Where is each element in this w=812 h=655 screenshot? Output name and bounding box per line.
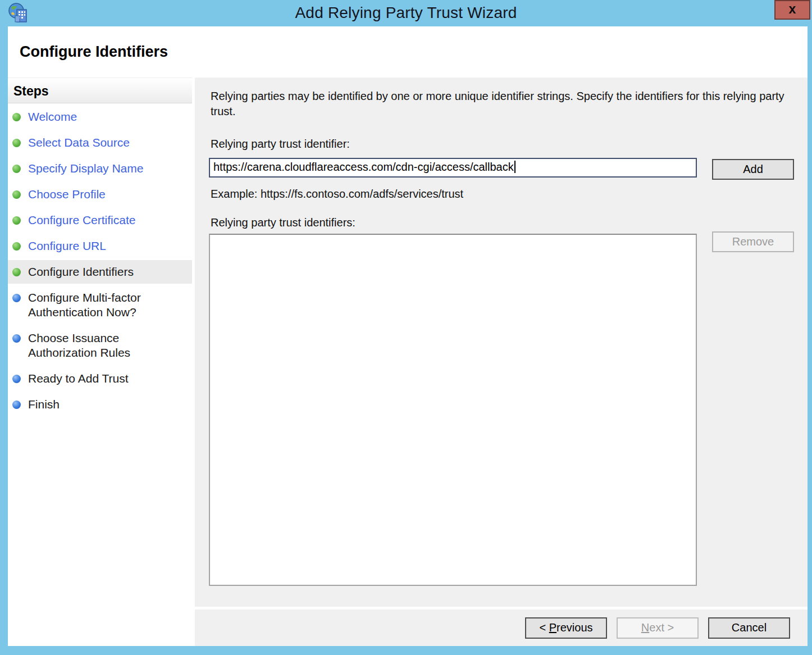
step-finish: Finish — [8, 397, 176, 412]
identifiers-list-label: Relying party trust identifiers: — [211, 216, 355, 229]
step-completed-bullet-icon — [12, 242, 21, 251]
client-area: Configure Identifiers Steps Welcome Sele… — [8, 26, 808, 646]
add-button[interactable]: Add — [712, 159, 794, 180]
step-specify-display-name[interactable]: Specify Display Name — [8, 161, 176, 176]
step-completed-bullet-icon — [12, 139, 21, 147]
step-current-bullet-icon — [12, 268, 21, 276]
step-ready-to-add-trust: Ready to Add Trust — [8, 371, 176, 386]
page-header: Configure Identifiers — [8, 26, 808, 75]
remove-button[interactable]: Remove — [712, 231, 794, 252]
identifier-input[interactable]: https://carena.cloudflareaccess.com/cdn-… — [209, 158, 697, 178]
steps-list: Welcome Select Data Source Specify Displ… — [8, 110, 192, 412]
window-title: Add Relying Party Trust Wizard — [0, 4, 812, 22]
main-panel: Relying parties may be identified by one… — [195, 78, 808, 607]
close-button[interactable]: x — [774, 0, 810, 20]
identifiers-listbox[interactable] — [209, 234, 697, 586]
step-completed-bullet-icon — [12, 190, 21, 199]
step-upcoming-bullet-icon — [12, 401, 21, 409]
step-welcome[interactable]: Welcome — [8, 110, 176, 124]
step-completed-bullet-icon — [12, 216, 21, 225]
step-configure-url[interactable]: Configure URL — [8, 239, 176, 253]
example-text: Example: https://fs.contoso.com/adfs/ser… — [211, 188, 463, 201]
step-configure-certificate[interactable]: Configure Certificate — [8, 213, 176, 228]
step-upcoming-bullet-icon — [12, 294, 21, 302]
previous-button[interactable]: < Previous — [525, 617, 607, 639]
step-choose-issuance-rules: Choose Issuance Authorization Rules — [8, 331, 176, 360]
identifier-field-label: Relying party trust identifier: — [211, 138, 350, 151]
step-select-data-source[interactable]: Select Data Source — [8, 135, 176, 150]
footer-bar: < Previous Next > Cancel — [195, 607, 808, 646]
cancel-button[interactable]: Cancel — [708, 617, 790, 639]
step-completed-bullet-icon — [12, 113, 21, 121]
step-configure-identifiers-current: Configure Identifiers — [8, 260, 192, 284]
step-upcoming-bullet-icon — [12, 375, 21, 383]
step-configure-mfa: Configure Multi-factor Authentication No… — [8, 290, 176, 320]
text-caret — [514, 161, 516, 173]
step-completed-bullet-icon — [12, 165, 21, 173]
step-choose-profile[interactable]: Choose Profile — [8, 187, 176, 202]
page-title: Configure Identifiers — [20, 43, 168, 61]
wizard-window: Add Relying Party Trust Wizard x Configu… — [0, 0, 812, 655]
steps-sidebar: Steps Welcome Select Data Source Specify… — [8, 75, 192, 646]
steps-heading: Steps — [8, 78, 192, 103]
step-upcoming-bullet-icon — [12, 334, 21, 343]
titlebar[interactable]: Add Relying Party Trust Wizard x — [0, 0, 812, 26]
intro-text: Relying parties may be identified by one… — [211, 89, 786, 119]
next-button[interactable]: Next > — [617, 617, 699, 639]
identifier-input-value: https://carena.cloudflareaccess.com/cdn-… — [213, 161, 514, 173]
